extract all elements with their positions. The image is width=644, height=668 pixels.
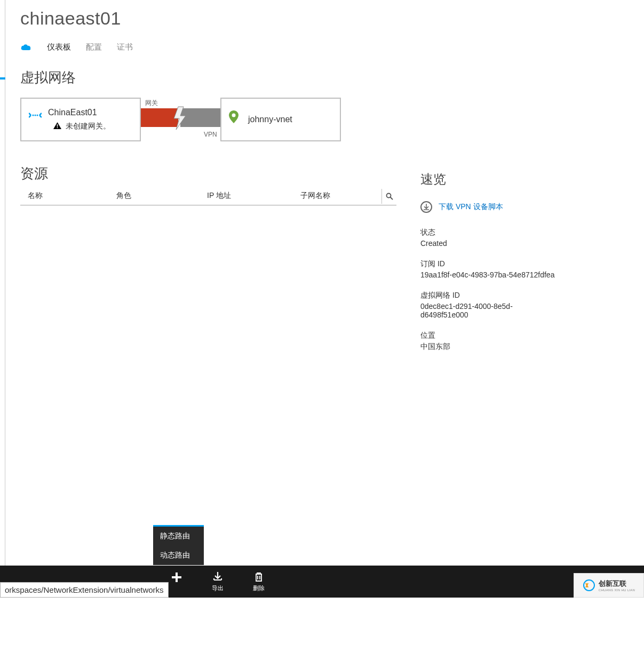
gateway-warning-text: 未创建网关。 (66, 122, 110, 131)
warning-icon (53, 122, 61, 131)
vnet-id-value: 0dec8ec1-d291-4000-8e5d-d6498f51e000 (420, 302, 559, 319)
subscription-id-value: 19aa1f8f-e04c-4983-97ba-54e8712fdfea (420, 271, 559, 279)
section-virtual-network: 虚拟网络 (20, 68, 644, 87)
network-diagram: ChinaEast01 未创建网关。 网关 VPN (20, 98, 394, 146)
status-value: Created (420, 239, 559, 248)
logo-subtext: CHUANG XIN HU LIAN (599, 589, 635, 592)
disconnected-bolt-icon (173, 104, 189, 133)
svg-point-6 (232, 114, 236, 117)
subscription-id-label: 订阅 ID (420, 259, 559, 269)
logo-text: 创新互联 (599, 579, 635, 589)
section-resources: 资源 (20, 164, 399, 183)
left-rail (0, 0, 5, 566)
download-circle-icon (420, 201, 432, 213)
svg-rect-3 (57, 124, 58, 127)
remote-vnet-name: johnny-vnet (248, 115, 333, 124)
gateway-label: 网关 (145, 99, 158, 108)
th-ip[interactable]: IP 地址 (207, 191, 300, 201)
download-vpn-script-link[interactable]: 下载 VPN 设备脚本 (420, 201, 559, 213)
search-button[interactable] (381, 189, 396, 204)
tab-bar: 仪表板 配置 证书 (20, 42, 644, 52)
svg-point-1 (35, 115, 36, 116)
bottom-whitespace (0, 598, 644, 668)
add-button[interactable] (171, 571, 182, 592)
th-role[interactable]: 角色 (116, 191, 207, 201)
export-icon (213, 571, 222, 582)
th-name[interactable]: 名称 (20, 191, 116, 201)
page-title: chinaeast01 (20, 8, 644, 29)
plus-icon (171, 571, 182, 583)
tab-certificates[interactable]: 证书 (117, 42, 133, 52)
location-label: 位置 (420, 331, 559, 340)
tab-configure[interactable]: 配置 (86, 42, 102, 52)
svg-point-2 (37, 115, 38, 116)
breadcrumb-path: orkspaces/NetworkExtension/virtualnetwor… (0, 582, 169, 598)
logo-icon (583, 579, 595, 592)
trash-icon (255, 571, 263, 582)
watermark-logo: 创新互联 CHUANG XIN HU LIAN (574, 573, 644, 598)
resources-table-header: 名称 角色 IP 地址 子网名称 (20, 191, 396, 205)
vnet-id-label: 虚拟网络 ID (420, 291, 559, 300)
svg-point-0 (33, 115, 34, 116)
svg-line-8 (390, 197, 393, 200)
vpn-label: VPN (204, 131, 217, 138)
svg-rect-4 (57, 128, 58, 129)
tab-dashboard[interactable]: 仪表板 (47, 42, 71, 52)
delete-label: 删除 (253, 584, 265, 592)
search-icon (386, 193, 393, 200)
svg-point-9 (584, 580, 594, 591)
cloud-icon (20, 43, 32, 51)
popup-dynamic-routing[interactable]: 动态路由 (153, 546, 204, 565)
export-button[interactable]: 导出 (212, 571, 224, 592)
left-rail-accent (0, 77, 5, 79)
location-pin-icon (229, 110, 238, 125)
local-vnet-name: ChinaEast01 (48, 108, 133, 117)
popup-static-routing[interactable]: 静态路由 (153, 527, 204, 546)
remote-vnet-box[interactable]: johnny-vnet (220, 98, 341, 141)
section-overview: 速览 (420, 171, 559, 188)
overview-panel: 速览 下载 VPN 设备脚本 状态 Created 订阅 ID 19aa1f8f… (420, 171, 559, 352)
svg-marker-5 (174, 107, 186, 130)
status-label: 状态 (420, 228, 559, 237)
location-value: 中国东部 (420, 342, 559, 352)
delete-button[interactable]: 删除 (253, 571, 265, 592)
routing-popup-menu: 静态路由 动态路由 (153, 525, 204, 565)
download-link-text: 下载 VPN 设备脚本 (439, 202, 503, 212)
svg-point-7 (386, 194, 391, 198)
export-label: 导出 (212, 584, 224, 592)
local-vnet-box[interactable]: ChinaEast01 未创建网关。 (20, 98, 141, 141)
vnet-icon (29, 110, 42, 122)
